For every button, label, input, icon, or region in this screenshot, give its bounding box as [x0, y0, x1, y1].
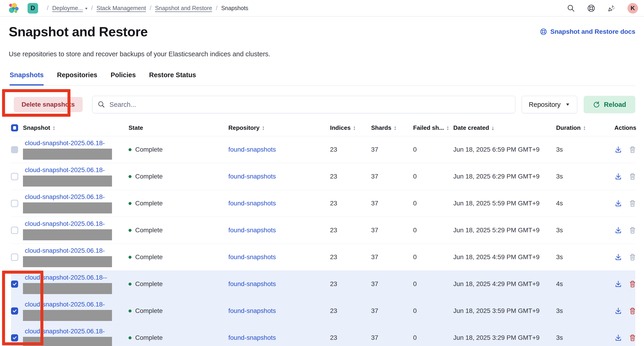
breadcrumb-deployment[interactable]: Deployme...: [52, 5, 83, 12]
breadcrumb-stack-management[interactable]: Stack Management: [96, 5, 146, 12]
snapshot-name-link[interactable]: cloud-snapshot-2025.06.18-: [23, 139, 128, 147]
duration-value: 3s: [556, 307, 614, 314]
delete-icon[interactable]: [628, 307, 636, 315]
reload-button[interactable]: Reload: [584, 96, 635, 113]
tab-snapshots[interactable]: Snapshots: [10, 71, 44, 86]
shards-value: 37: [371, 253, 413, 261]
date-created-value: Jun 18, 2025 4:29 PM GMT+9: [453, 280, 556, 288]
shards-value: 37: [371, 146, 413, 153]
help-icon[interactable]: [587, 4, 595, 13]
state-cell: Complete: [128, 226, 228, 234]
state-cell: Complete: [128, 173, 228, 180]
redaction-overlay: [23, 149, 112, 160]
row-checkbox[interactable]: [11, 280, 18, 288]
snapshot-cell: cloud-snapshot-2025.06.18-: [23, 297, 128, 321]
download-icon[interactable]: [614, 226, 622, 234]
download-icon[interactable]: [614, 253, 622, 261]
breadcrumb-snapshots: Snapshots: [221, 5, 248, 12]
column-header-indices[interactable]: Indices↕: [330, 124, 371, 131]
row-actions: [614, 334, 637, 342]
download-icon[interactable]: [614, 307, 622, 315]
snapshot-cell: cloud-snapshot-2025.06.18-: [23, 163, 128, 187]
table-row: cloud-snapshot-2025.06.18- Complete foun…: [11, 190, 635, 217]
download-icon[interactable]: [614, 199, 622, 207]
column-header-repository[interactable]: Repository↕: [228, 124, 330, 131]
delete-snapshots-button[interactable]: Delete snapshots: [14, 97, 82, 112]
chevron-down-icon: ▼: [565, 102, 570, 107]
status-dot: [128, 202, 132, 205]
snapshot-cell: cloud-snapshot-2025.06.18-: [23, 324, 128, 346]
snapshot-cell: cloud-snapshot-2025.06.18-: [23, 136, 128, 160]
download-icon[interactable]: [614, 173, 622, 180]
download-icon[interactable]: [614, 334, 622, 342]
elastic-logo[interactable]: [7, 3, 19, 14]
status-dot: [128, 256, 132, 259]
download-icon[interactable]: [614, 280, 622, 288]
repository-link[interactable]: found-snapshots: [228, 253, 276, 260]
search-icon[interactable]: [567, 4, 575, 13]
delete-icon[interactable]: [628, 199, 636, 207]
snapshot-name-link[interactable]: cloud-snapshot-2025.06.18-: [23, 328, 128, 335]
repository-link[interactable]: found-snapshots: [228, 146, 276, 153]
column-header-snapshot[interactable]: Snapshot↕: [23, 124, 128, 131]
news-icon[interactable]: [607, 4, 616, 13]
snapshot-name-link[interactable]: cloud-snapshot-2025.06.18-: [23, 166, 128, 174]
tab-policies[interactable]: Policies: [110, 71, 136, 86]
snapshot-name-link[interactable]: cloud-snapshot-2025.06.18--: [23, 274, 128, 281]
repository-link[interactable]: found-snapshots: [228, 334, 276, 341]
help-ring-icon: [540, 28, 547, 35]
repository-link[interactable]: found-snapshots: [228, 200, 276, 207]
delete-icon[interactable]: [628, 280, 636, 288]
delete-icon[interactable]: [628, 146, 636, 153]
user-avatar[interactable]: K: [628, 3, 638, 14]
docs-link[interactable]: Snapshot and Restore docs: [540, 28, 635, 35]
table-row: cloud-snapshot-2025.06.18-- Complete fou…: [11, 271, 635, 297]
delete-icon[interactable]: [628, 226, 636, 234]
repository-link[interactable]: found-snapshots: [228, 226, 276, 234]
row-checkbox[interactable]: [11, 173, 18, 180]
snapshot-name-link[interactable]: cloud-snapshot-2025.06.18-: [23, 193, 128, 201]
search-input[interactable]: [110, 101, 510, 108]
reload-label: Reload: [604, 101, 626, 108]
delete-icon[interactable]: [628, 334, 636, 342]
state-label: Complete: [135, 253, 163, 261]
state-cell: Complete: [128, 200, 228, 207]
tab-repositories[interactable]: Repositories: [57, 71, 97, 86]
search-box[interactable]: [92, 96, 515, 113]
tab-restore-status[interactable]: Restore Status: [149, 71, 196, 86]
row-actions: [614, 146, 637, 153]
row-checkbox[interactable]: [11, 334, 18, 341]
column-header-shards[interactable]: Shards↕: [371, 124, 413, 131]
row-checkbox[interactable]: [11, 200, 18, 207]
repository-link[interactable]: found-snapshots: [228, 307, 276, 314]
select-all-checkbox[interactable]: [11, 124, 18, 131]
snapshot-name-link[interactable]: cloud-snapshot-2025.06.18-: [23, 220, 128, 227]
repository-link[interactable]: found-snapshots: [228, 280, 276, 287]
state-label: Complete: [135, 226, 163, 234]
repository-link[interactable]: found-snapshots: [228, 173, 276, 180]
row-checkbox[interactable]: [11, 254, 18, 261]
delete-icon[interactable]: [628, 253, 636, 261]
column-header-duration[interactable]: Duration↕: [556, 124, 614, 131]
download-icon[interactable]: [614, 146, 622, 153]
redaction-overlay: [23, 229, 112, 240]
column-header-date-created[interactable]: Date created↓: [453, 124, 556, 131]
date-created-value: Jun 18, 2025 5:59 PM GMT+9: [453, 200, 556, 207]
column-header-failed-shards[interactable]: Failed sh...↕: [413, 124, 453, 131]
repository-filter-button[interactable]: Repository ▼: [522, 96, 577, 113]
row-checkbox[interactable]: [11, 227, 18, 234]
row-checkbox[interactable]: [11, 146, 18, 153]
delete-icon[interactable]: [628, 173, 636, 180]
deployment-badge[interactable]: D: [28, 3, 38, 14]
snapshot-name-link[interactable]: cloud-snapshot-2025.06.18-: [23, 247, 128, 254]
state-cell: Complete: [128, 307, 228, 314]
breadcrumb-snapshot-restore[interactable]: Snapshot and Restore: [155, 5, 212, 12]
table-row: cloud-snapshot-2025.06.18- Complete foun…: [11, 324, 635, 346]
sort-icon: ↕: [583, 124, 586, 131]
status-dot: [128, 309, 132, 312]
snapshot-name-link[interactable]: cloud-snapshot-2025.06.18-: [23, 301, 128, 308]
state-cell: Complete: [128, 253, 228, 261]
breadcrumb-separator: /: [216, 5, 218, 12]
redaction-overlay: [23, 283, 112, 294]
row-checkbox[interactable]: [11, 307, 18, 314]
